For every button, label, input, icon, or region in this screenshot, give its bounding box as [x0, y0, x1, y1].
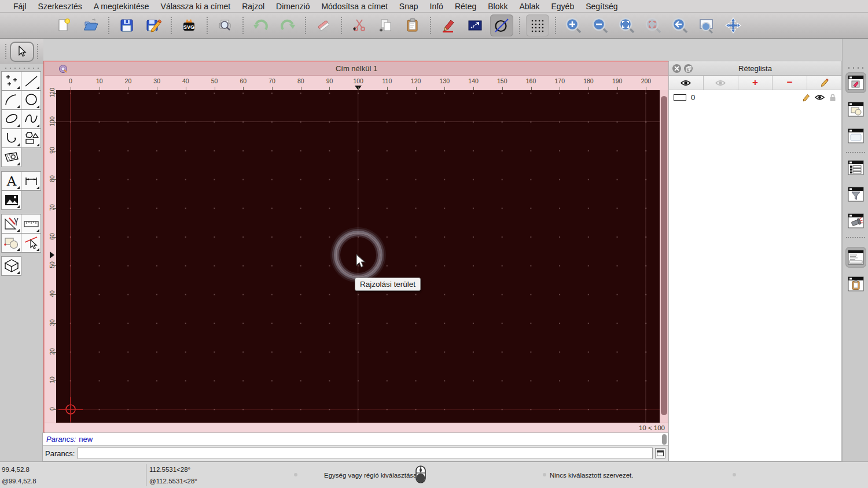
delete-entity-button[interactable]: [312, 14, 335, 36]
arc-tool-button[interactable]: [1, 90, 21, 110]
draw-circle-button[interactable]: [490, 14, 513, 36]
modify-tool-button[interactable]: [1, 214, 21, 234]
menu-item-dimenzi-[interactable]: Dimenzió: [270, 2, 315, 11]
pen-attributes-button[interactable]: [437, 14, 460, 36]
select-entity-tool-button[interactable]: [21, 233, 41, 253]
layer-name: 0: [691, 93, 695, 102]
command-input[interactable]: [78, 448, 653, 459]
menu-item-f-jl[interactable]: Fájl: [8, 2, 32, 11]
filter-window-icon: [847, 186, 865, 202]
menu-item-a-megtekint-se[interactable]: A megtekintése: [88, 2, 155, 11]
block-list-toggle-button[interactable]: [845, 99, 866, 120]
zoom-pan-button[interactable]: [722, 14, 745, 36]
drag-handle[interactable]: [847, 66, 865, 69]
save-as-button[interactable]: [142, 14, 165, 36]
solid-3d-tool-button[interactable]: [1, 256, 21, 276]
quick-info-toggle-button[interactable]: [845, 210, 866, 231]
menu-item-snap[interactable]: Snap: [393, 2, 424, 11]
zoom-previous-button[interactable]: [668, 14, 692, 36]
new-document-button[interactable]: [53, 14, 76, 36]
edit-layer-button[interactable]: [807, 76, 841, 90]
zoom-in-icon: [565, 17, 582, 34]
measure-tool-button[interactable]: [21, 214, 41, 234]
menu-item-ablak[interactable]: Ablak: [513, 2, 545, 11]
order-icon: [3, 235, 20, 250]
history-scrollbar[interactable]: [662, 434, 667, 445]
red-pencil-icon: [440, 17, 457, 34]
layer-lock-icon[interactable]: [829, 93, 837, 102]
spline-tool-button[interactable]: [21, 109, 41, 129]
selection-window-button[interactable]: [464, 14, 487, 36]
redo-button[interactable]: [276, 14, 299, 36]
order-tool-button[interactable]: [1, 233, 21, 253]
dimension-tool-button[interactable]: [21, 171, 41, 191]
menu-item-egy-b[interactable]: Egyéb: [546, 2, 580, 11]
copy-button[interactable]: [374, 14, 398, 36]
circle-tool-button[interactable]: [21, 90, 41, 110]
torch-window-icon: [847, 213, 865, 229]
layer-edit-pencil-icon[interactable]: [802, 93, 811, 102]
points-tool-button[interactable]: [1, 71, 21, 91]
polyline-tool-button[interactable]: [1, 128, 21, 148]
add-layer-button[interactable]: +: [738, 76, 773, 90]
menu-item-v-lassza-ki-a-c-met[interactable]: Válassza ki a címet: [155, 2, 237, 11]
ellipse-tool-button[interactable]: [1, 109, 21, 129]
layer-list-toggle-button[interactable]: [845, 72, 866, 93]
zoom-auto-button[interactable]: [615, 14, 638, 36]
library-browser-toggle-button[interactable]: [845, 125, 866, 146]
drawing-canvas[interactable]: Rajzolási terület: [56, 90, 660, 423]
undo-button[interactable]: [249, 14, 273, 36]
zoom-previous-icon: [671, 17, 689, 34]
menu-item-szerkeszt-s[interactable]: Szerkesztés: [32, 2, 88, 11]
menu-item-seg-ts-g[interactable]: Segítség: [580, 2, 623, 11]
image-icon: [4, 193, 19, 207]
line-tool-button[interactable]: [21, 71, 41, 91]
menu-item-r-teg[interactable]: Réteg: [449, 2, 482, 11]
zoom-in-button[interactable]: [562, 14, 585, 36]
grid-toggle-button[interactable]: [526, 14, 549, 36]
command-window-toggle-button[interactable]: [655, 448, 665, 459]
text-tool-button[interactable]: A: [1, 171, 21, 191]
vertical-scrollbar[interactable]: [660, 90, 668, 423]
paste-button[interactable]: [401, 14, 424, 36]
menu-item-m-dos-tsa-a-c-met[interactable]: Módosítsa a címet: [315, 2, 393, 11]
drag-handle[interactable]: [5, 44, 7, 59]
copy-icon: [378, 17, 394, 34]
select-tool-button[interactable]: [10, 42, 34, 62]
entity-list-toggle-button[interactable]: [845, 157, 866, 178]
drawing-window-titlebar[interactable]: Cím nélkül 1: [45, 62, 668, 76]
vertical-scrollbar-thumb[interactable]: [661, 96, 667, 415]
show-all-layers-button[interactable]: [669, 76, 704, 90]
hatch-tool-button[interactable]: [1, 147, 21, 167]
image-tool-button[interactable]: [1, 190, 21, 210]
menu-item-blokk[interactable]: Blokk: [482, 2, 513, 11]
layer-visibility-eye-icon[interactable]: [814, 94, 825, 101]
menu-item-inf-[interactable]: Infó: [424, 2, 449, 11]
export-svg-button[interactable]: SVG: [178, 14, 201, 36]
ruler-label: 190: [612, 77, 623, 84]
selection-filter-toggle-button[interactable]: [845, 184, 866, 205]
layer-row[interactable]: 0: [669, 91, 841, 103]
mouse-icon: [414, 465, 427, 485]
zoom-window-button[interactable]: [695, 14, 718, 36]
zoom-selected-button[interactable]: [642, 14, 665, 36]
hide-all-layers-button[interactable]: [704, 76, 738, 90]
zoom-out-button[interactable]: [589, 14, 612, 36]
menu-item-rajzol[interactable]: Rajzol: [236, 2, 270, 11]
vertical-ruler: 0102030405060708090100110: [45, 90, 56, 423]
print-preview-button[interactable]: [214, 14, 237, 36]
panel-float-button[interactable]: [684, 64, 693, 73]
horizontal-scrollbar[interactable]: 10 < 100: [45, 423, 668, 432]
save-button[interactable]: [115, 14, 138, 36]
clipboard-panel-toggle-button[interactable]: [845, 273, 866, 294]
drag-handle[interactable]: [3, 66, 39, 70]
command-widget-toggle-button[interactable]: [845, 247, 866, 268]
polygon-shapes-tool-button[interactable]: [21, 128, 41, 148]
drag-handle[interactable]: [37, 44, 39, 59]
cut-button[interactable]: [348, 14, 371, 36]
panel-close-button[interactable]: [672, 64, 681, 73]
layer-color-swatch[interactable]: [674, 94, 686, 101]
open-file-button[interactable]: [79, 14, 102, 36]
spline-icon: [24, 112, 39, 127]
remove-layer-button[interactable]: −: [773, 76, 807, 90]
